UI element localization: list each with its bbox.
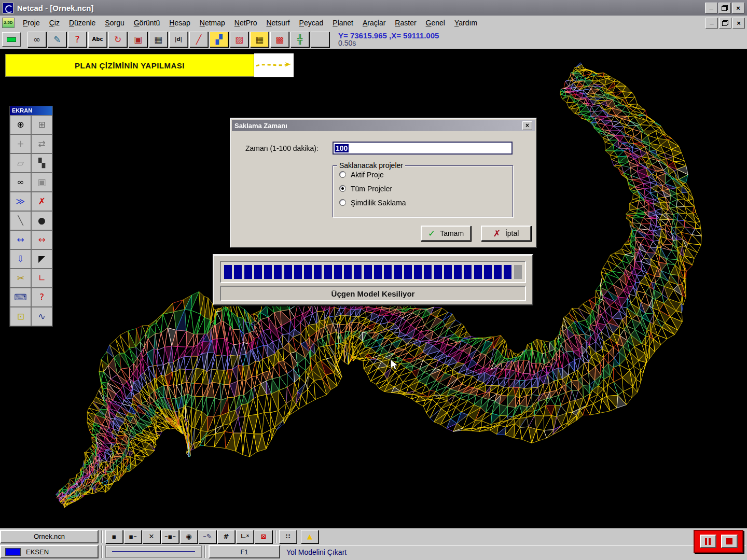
f1-help-button[interactable]: F1 bbox=[209, 545, 280, 558]
zoom-previous-button[interactable]: ▲ bbox=[301, 530, 319, 543]
snap-off-icon: ⊠ bbox=[261, 533, 267, 540]
menu-yardim[interactable]: Yardım bbox=[450, 17, 482, 29]
zoom-button[interactable]: ⊕ bbox=[10, 115, 31, 134]
text-button[interactable]: Abc bbox=[88, 32, 107, 47]
snap-intersection-button[interactable]: ✕ bbox=[143, 530, 160, 543]
menu-goruntu[interactable]: Görüntü bbox=[129, 17, 165, 29]
cancel-button-label: İptal bbox=[505, 229, 519, 237]
clip-button[interactable]: ✂ bbox=[10, 269, 31, 288]
plotter-button[interactable]: ∞ bbox=[27, 32, 46, 47]
menu-araclar[interactable]: Araçlar bbox=[358, 17, 390, 29]
ok-button[interactable]: ✓ Tamam bbox=[421, 226, 471, 241]
menu-ciz[interactable]: Çiz bbox=[45, 17, 64, 29]
window-controls: _ × bbox=[705, 3, 744, 13]
menu-proje[interactable]: Proje bbox=[18, 17, 45, 29]
progress-segment bbox=[474, 265, 482, 279]
drawing-area[interactable]: PLAN ÇİZİMİNİN YAPILMASI EKRAN ⊕⊞+⇄▱▚∞▣≫… bbox=[0, 49, 747, 528]
progress-segment bbox=[384, 265, 392, 279]
table-icon: ▦ bbox=[255, 35, 264, 44]
layer-down-button[interactable]: ⇩ bbox=[10, 249, 31, 269]
paint-button[interactable]: ▚ bbox=[31, 153, 52, 173]
menu-netsurf[interactable]: Netsurf bbox=[261, 17, 294, 29]
copy-view-button[interactable]: ▱ bbox=[10, 153, 31, 173]
menu-planet[interactable]: Planet bbox=[328, 17, 358, 29]
delete-button[interactable]: ✗ bbox=[31, 192, 52, 211]
segment-icon: ╲ bbox=[18, 216, 23, 225]
swap-view-button[interactable]: ⇄ bbox=[31, 134, 52, 153]
table-button[interactable]: ▦ bbox=[250, 32, 269, 47]
mdi-close-button[interactable]: × bbox=[732, 18, 745, 29]
status-led-button[interactable] bbox=[2, 32, 21, 47]
time-input[interactable]: 100 bbox=[333, 142, 513, 155]
fit-view-button[interactable]: ⊞ bbox=[31, 115, 52, 134]
parallel-width-red-button[interactable]: ↔ bbox=[31, 230, 52, 249]
menu-duzenle[interactable]: Düzenle bbox=[64, 17, 100, 29]
snap-midpoint-button[interactable]: –▪– bbox=[161, 530, 179, 543]
measure-button[interactable]: |d| bbox=[169, 32, 188, 47]
hatch-button[interactable]: ▨ bbox=[230, 32, 248, 47]
snap-node-button[interactable]: ▪ bbox=[105, 530, 123, 543]
polyline-edit-icon: ∟ bbox=[38, 274, 45, 283]
redraw-button[interactable]: ◤ bbox=[31, 249, 52, 269]
menu-hesap[interactable]: Hesap bbox=[164, 17, 195, 29]
dialog-close-button[interactable]: × bbox=[522, 121, 532, 130]
line-button[interactable]: ╱ bbox=[189, 32, 208, 47]
close-button[interactable]: × bbox=[732, 3, 744, 13]
raster-button[interactable]: ▩ bbox=[270, 32, 289, 47]
menu-sorgu[interactable]: Sorgu bbox=[100, 17, 129, 29]
menu-genel[interactable]: Genel bbox=[421, 17, 450, 29]
parallel-width-button[interactable]: ↔ bbox=[10, 230, 31, 249]
help-button[interactable]: ? bbox=[31, 288, 52, 307]
progress-dialog: Üçgen Model Kesiliyor bbox=[213, 254, 533, 305]
block-button[interactable]: ▣ bbox=[129, 32, 147, 47]
windows-button[interactable]: ▣ bbox=[31, 173, 52, 192]
progress-segment bbox=[494, 265, 502, 279]
mdi-restore-button[interactable] bbox=[719, 18, 731, 29]
blank-tool-button[interactable] bbox=[311, 32, 329, 47]
snap-perp-icon: ∟ˣ bbox=[241, 533, 249, 540]
line-style-preview[interactable] bbox=[105, 545, 202, 558]
ekran-palette-title[interactable]: EKRAN bbox=[10, 106, 52, 115]
mdi-minimize-button[interactable]: _ bbox=[706, 18, 718, 29]
radio-tum-projeler[interactable]: Tüm Projeler bbox=[339, 183, 513, 194]
node-button[interactable]: ⊡ bbox=[10, 307, 31, 326]
rotate-button[interactable]: ↻ bbox=[108, 32, 127, 47]
menu-netmap[interactable]: Netmap bbox=[195, 17, 230, 29]
grenade-button[interactable]: ● bbox=[31, 211, 52, 230]
active-layer-panel[interactable]: EKSEN bbox=[0, 545, 99, 558]
restore-button[interactable] bbox=[718, 3, 731, 13]
minimize-button[interactable]: _ bbox=[705, 3, 717, 13]
snap-endpoint-button[interactable]: ▪– bbox=[124, 530, 142, 543]
polyline-edit-button[interactable]: ∟ bbox=[31, 269, 52, 288]
snap-grid-button[interactable]: # bbox=[217, 530, 235, 543]
stop-button[interactable] bbox=[721, 535, 738, 548]
draw-button[interactable]: ✎ bbox=[48, 32, 66, 47]
menu-peycad[interactable]: Peycad bbox=[295, 17, 328, 29]
window-tile-button[interactable]: ∷ bbox=[279, 530, 297, 543]
progress-segment bbox=[514, 265, 522, 279]
snap-off-button[interactable]: ⊠ bbox=[255, 530, 272, 543]
delete-icon: ✗ bbox=[38, 197, 45, 206]
calculator-button[interactable]: ▦ bbox=[149, 32, 168, 47]
pause-button[interactable] bbox=[700, 535, 716, 548]
junction-button[interactable]: ╬ bbox=[290, 32, 309, 47]
keyboard-button[interactable]: ⌨ bbox=[10, 288, 31, 307]
radio-aktif-proje[interactable]: Aktif Proje bbox=[339, 169, 513, 180]
snap-nearest-button[interactable]: –✎ bbox=[199, 530, 216, 543]
stop-icon bbox=[726, 538, 732, 544]
query-button[interactable]: ? bbox=[68, 32, 87, 47]
find-button[interactable]: ∞ bbox=[10, 173, 31, 192]
polyline-flow-button[interactable]: ≫ bbox=[10, 192, 31, 211]
radio-simdilik-saklama[interactable]: Şimdilik Saklama bbox=[339, 197, 513, 208]
active-file-panel[interactable]: Ornek.ncn bbox=[0, 530, 99, 543]
progress-segment bbox=[394, 265, 402, 279]
menu-netpro[interactable]: NetPro bbox=[230, 17, 262, 29]
pan-button[interactable]: + bbox=[10, 134, 31, 153]
profile-button[interactable]: ∿ bbox=[31, 307, 52, 326]
cancel-button[interactable]: ✗ İptal bbox=[481, 226, 531, 241]
snap-perp-button[interactable]: ∟ˣ bbox=[236, 530, 254, 543]
segment-button[interactable]: ╲ bbox=[10, 211, 31, 230]
snap-center-button[interactable]: ◉ bbox=[180, 530, 198, 543]
map-button[interactable]: ▞ bbox=[210, 32, 228, 47]
menu-raster[interactable]: Raster bbox=[390, 17, 421, 29]
